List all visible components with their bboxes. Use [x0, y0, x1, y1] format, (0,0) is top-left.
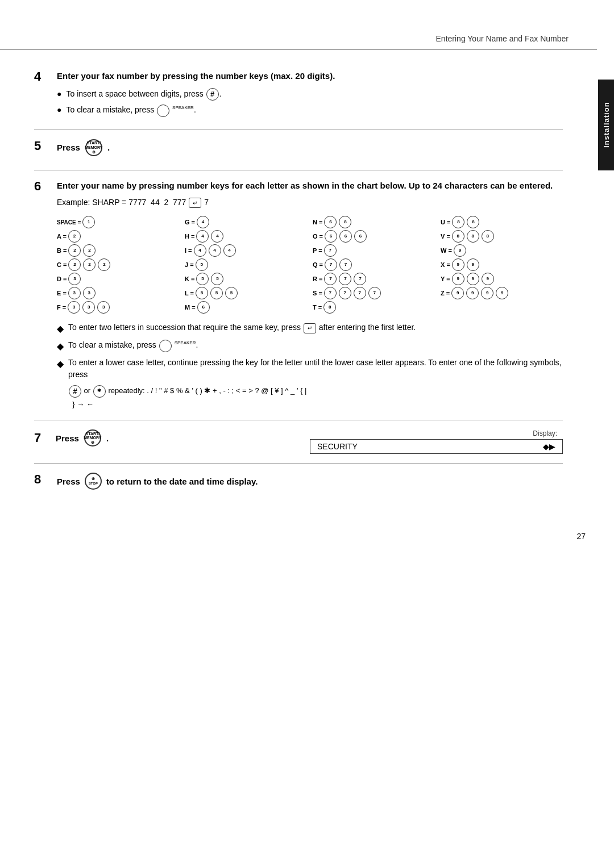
- chart-P: P = 7: [313, 244, 435, 257]
- asterisk-icon-symbols: ✱: [93, 385, 106, 398]
- key-6-O1: 6: [325, 230, 337, 243]
- step-7-suffix: .: [106, 433, 109, 443]
- main-content: 4 Enter your fax number by pressing the …: [0, 49, 597, 526]
- page-header: Entering Your Name and Fax Number: [0, 0, 597, 49]
- hash-icon-symbols: #: [69, 385, 81, 398]
- step-7-row: 7 Press START/MEMORY⊕ . Display: SECURIT…: [34, 429, 563, 454]
- key-7-Q1: 7: [325, 258, 337, 271]
- step-7-display-label: Display:: [310, 429, 563, 437]
- chart-empty: [441, 301, 563, 314]
- chart-C: C = 222: [57, 258, 179, 271]
- key-7-S4: 7: [368, 287, 381, 299]
- key-8-V3: 8: [482, 230, 494, 243]
- step-6-body: Example: SHARP = 7777 44 2 777 ↵ 7 SPACE…: [34, 198, 563, 411]
- chart-A: A = 2: [57, 230, 179, 243]
- arrow-icon-succession: ↵: [304, 323, 316, 333]
- chart-F: F = 333: [57, 301, 179, 314]
- key-9-Z2: 9: [466, 287, 479, 299]
- step-7: 7 Press START/MEMORY⊕ . Display: SECURIT…: [34, 420, 563, 464]
- key-9-Z1: 9: [451, 287, 464, 299]
- chart-N: N = 68: [313, 216, 435, 228]
- key-4-I3: 4: [223, 244, 236, 257]
- step-7-number: 7: [34, 431, 51, 445]
- key-3-F2: 3: [82, 301, 95, 314]
- step-6: 6 Enter your name by pressing number key…: [34, 170, 563, 420]
- step-7-display-arrow: ◆▶: [543, 442, 555, 451]
- key-4-H1: 4: [196, 230, 209, 243]
- key-9-Y1: 9: [452, 273, 464, 285]
- key-5-K2: 5: [211, 273, 223, 285]
- step-4: 4 Enter your fax number by pressing the …: [34, 61, 563, 130]
- chart-Q: Q = 77: [313, 258, 435, 271]
- step-6-number: 6: [34, 180, 51, 193]
- chart-K: K = 55: [185, 273, 307, 285]
- step-7-display-box: SECURITY ◆▶: [310, 439, 563, 454]
- step-6-symbols: # or ✱ repeatedly: . / ! " # $ % & ' ( )…: [57, 384, 563, 411]
- key-3-F3: 3: [97, 301, 110, 314]
- key-6-N: 6: [324, 216, 337, 228]
- step-5-label: Press: [57, 143, 80, 152]
- chart-B: B = 22: [57, 244, 179, 257]
- key-9-Y3: 9: [482, 273, 494, 285]
- chart-H: H = 44: [185, 230, 307, 243]
- key-4-G: 4: [197, 216, 209, 228]
- key-7-R1: 7: [324, 273, 337, 285]
- key-3-E2: 3: [83, 287, 96, 299]
- key-4-I2: 4: [209, 244, 221, 257]
- step-7-label: Press: [56, 433, 79, 443]
- key-8-U1: 8: [452, 216, 464, 228]
- key-7-Q2: 7: [339, 258, 352, 271]
- step-6-example: Example: SHARP = 7777 44 2 777 ↵ 7: [57, 198, 563, 208]
- speaker-icon-step6: [159, 340, 172, 352]
- arrow-icon-example: ↵: [189, 198, 201, 208]
- key-chart: SPACE = 1 G = 4 N = 68 U = 88 A = 2 H = …: [57, 216, 563, 314]
- chart-V: V = 888: [441, 230, 563, 243]
- step-6-diamond-2: ◆ To clear a mistake, press SPEAKER.: [57, 339, 563, 353]
- key-8-V2: 8: [467, 230, 479, 243]
- key-7-S1: 7: [324, 287, 337, 299]
- step-8-suffix: to return to the date and time display.: [106, 477, 258, 486]
- page-number: 27: [0, 526, 614, 546]
- chart-G: G = 4: [185, 216, 307, 228]
- chart-L: L = 555: [185, 287, 307, 299]
- step-4-bullet-2: ● To clear a mistake, press SPEAKER.: [57, 104, 563, 116]
- key-5-L3: 5: [225, 287, 238, 299]
- key-2-B1: 2: [68, 244, 81, 257]
- key-6-O2: 6: [339, 230, 352, 243]
- key-5-K1: 5: [196, 273, 209, 285]
- step-5-header: 5 Press START/MEMORY⊕ .: [34, 139, 563, 156]
- key-9-Z4: 9: [496, 287, 508, 299]
- chart-T: T = 8: [313, 301, 435, 314]
- step-6-header: 6 Enter your name by pressing number key…: [34, 180, 563, 193]
- start-memory-icon-step5: START/MEMORY⊕: [85, 139, 102, 156]
- stop-icon-step8: ⊗STOP: [85, 473, 102, 490]
- chart-X: X = 99: [441, 258, 563, 271]
- key-4-H2: 4: [211, 230, 223, 243]
- step-6-diamond-1: ◆ To enter two letters in succession tha…: [57, 322, 563, 336]
- key-6-O3: 6: [354, 230, 367, 243]
- key-8-T: 8: [323, 301, 336, 314]
- step-5-number: 5: [34, 139, 51, 153]
- key-3-E1: 3: [68, 287, 81, 299]
- step-4-bullet-1: ● To insert a space between digits, pres…: [57, 88, 563, 101]
- key-7-P: 7: [324, 244, 337, 257]
- key-3-F1: 3: [68, 301, 80, 314]
- chart-Z: Z = 9999: [441, 287, 563, 299]
- key-2-C2: 2: [83, 258, 96, 271]
- side-tab-label: Installation: [602, 102, 611, 148]
- step-7-left: 7 Press START/MEMORY⊕ .: [34, 429, 287, 446]
- key-3-D: 3: [68, 273, 81, 285]
- step-5-suffix: .: [107, 143, 110, 152]
- key-4-I1: 4: [194, 244, 206, 257]
- step-7-display-container: Display: SECURITY ◆▶: [310, 429, 563, 454]
- step-5-content: Press START/MEMORY⊕ .: [57, 139, 110, 156]
- key-2-C3: 2: [98, 258, 110, 271]
- key-2-A: 2: [68, 230, 81, 243]
- key-7-S2: 7: [339, 287, 351, 299]
- key-2-C1: 2: [68, 258, 81, 271]
- key-9-Y2: 9: [467, 273, 479, 285]
- speaker-icon-step4: [157, 105, 169, 117]
- step-7-display-value: SECURITY: [317, 442, 358, 451]
- chart-space: SPACE = 1: [57, 216, 179, 228]
- key-9-X2: 9: [467, 258, 479, 271]
